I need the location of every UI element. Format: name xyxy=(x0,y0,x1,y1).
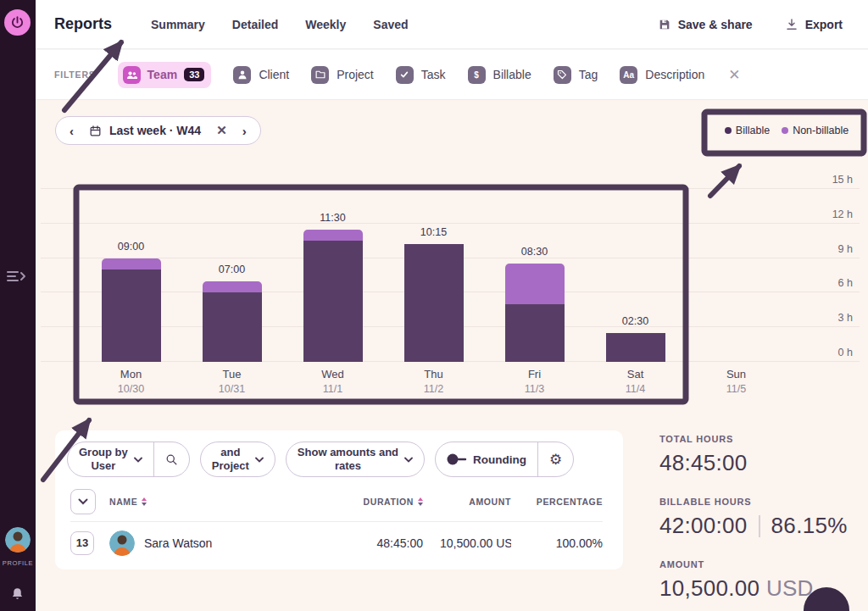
save-share-button[interactable]: Save & share xyxy=(658,18,753,31)
billable-hours-block: BILLABLE HOURS 42:00:00 86.15% xyxy=(659,497,848,539)
bar-segment-nonbillable[interactable] xyxy=(203,281,262,293)
filter-project-label: Project xyxy=(337,68,374,81)
save-icon xyxy=(658,18,671,31)
bar-segment-billable[interactable] xyxy=(303,241,363,362)
chevron-down-icon xyxy=(78,498,88,505)
bar-column-mon[interactable]: 09:00 xyxy=(81,188,181,362)
next-week-button[interactable]: › xyxy=(242,125,247,137)
export-label: Export xyxy=(805,18,843,31)
rounding-toggle[interactable]: Rounding xyxy=(436,442,537,476)
y-axis-tick: 12 h xyxy=(832,208,853,220)
filter-client[interactable]: Client xyxy=(233,66,289,84)
export-button[interactable]: Export xyxy=(785,18,843,31)
bar-segment-billable[interactable] xyxy=(203,292,262,362)
clear-filters-button[interactable]: ✕ xyxy=(728,66,740,84)
header-duration[interactable]: DURATION xyxy=(364,497,423,507)
top-navigation: Reports Summary Detailed Weekly Saved Sa… xyxy=(36,0,868,49)
expand-sidebar-button[interactable] xyxy=(7,269,27,286)
legend-non-billable[interactable]: Non-billable xyxy=(782,125,849,136)
row-user-name: Sara Watson xyxy=(144,536,212,550)
filter-team-count-badge: 33 xyxy=(184,68,204,81)
y-axis-tick: 6 h xyxy=(838,277,853,289)
billable-hours-label: BILLABLE HOURS xyxy=(659,497,848,507)
group-by-dropdown[interactable]: Group by User xyxy=(68,442,153,476)
bar-segment-billable[interactable] xyxy=(102,269,161,362)
rounding-settings-button[interactable]: ⚙ xyxy=(538,442,573,476)
bar-segment-nonbillable[interactable] xyxy=(505,264,565,304)
row-entry-count: 13 xyxy=(70,531,94,555)
bar-column-wed[interactable]: 11:30 xyxy=(282,188,383,362)
project-folder-icon xyxy=(311,66,329,84)
bar-sat[interactable]: 02:30 xyxy=(606,333,665,362)
bar-fri[interactable]: 08:30 xyxy=(505,264,565,362)
header-percentage-label: PERCENTAGE xyxy=(537,497,603,507)
legend-billable[interactable]: Billable xyxy=(725,125,770,136)
axis-label-mon: Mon10/30 xyxy=(81,368,181,395)
bar-segment-nonbillable[interactable] xyxy=(102,258,161,270)
rounding-label: Rounding xyxy=(473,453,526,466)
previous-week-button[interactable]: ‹ xyxy=(70,125,74,137)
description-aa-icon: Aa xyxy=(620,66,637,84)
bar-mon[interactable]: 09:00 xyxy=(102,258,161,362)
timer-power-button[interactable] xyxy=(4,9,31,36)
filter-task[interactable]: Task xyxy=(396,66,446,84)
subgroup-control: and Project xyxy=(200,442,275,477)
legend-non-billable-dot xyxy=(782,127,788,134)
show-amounts-control: Show amounts and rates xyxy=(286,442,425,477)
notifications-button[interactable] xyxy=(10,586,25,604)
clear-date-range-button[interactable]: ✕ xyxy=(216,123,227,138)
table-header: NAME DURATION AMOUNT PERCENTAGE xyxy=(70,487,603,516)
header-name[interactable]: NAME xyxy=(109,497,147,507)
bar-column-tue[interactable]: 07:00 xyxy=(181,188,282,362)
date-range-value[interactable]: Last week · W44 xyxy=(89,124,201,137)
bar-segment-nonbillable[interactable] xyxy=(303,230,363,242)
table-row[interactable]: 13 Sara Watson 48:45:00 10,500.00 USD 10… xyxy=(70,521,603,564)
tab-saved[interactable]: Saved xyxy=(373,18,408,31)
bar-column-sat[interactable]: 02:30 xyxy=(585,188,686,362)
filter-description[interactable]: Aa Description xyxy=(620,66,704,84)
tab-detailed[interactable]: Detailed xyxy=(232,18,278,31)
date-range-picker: ‹ Last week · W44 ✕ › xyxy=(55,116,261,145)
y-axis-tick: 3 h xyxy=(838,312,853,324)
bar-column-thu[interactable]: 10:15 xyxy=(383,188,484,362)
bar-segment-billable[interactable] xyxy=(505,304,565,362)
tab-summary[interactable]: Summary xyxy=(151,18,205,31)
header-amount-label: AMOUNT xyxy=(469,497,511,507)
header-percentage[interactable]: PERCENTAGE xyxy=(537,497,603,507)
filter-billable-label: Billable xyxy=(493,68,531,81)
filter-billable[interactable]: $ Billable xyxy=(468,66,531,84)
axis-label-thu: Thu11/2 xyxy=(383,368,484,395)
axis-label-fri: Fri11/3 xyxy=(484,368,585,395)
bar-thu[interactable]: 10:15 xyxy=(404,244,464,362)
bar-wed[interactable]: 11:30 xyxy=(303,230,363,362)
download-icon xyxy=(785,18,798,31)
axis-label-sun: Sun11/5 xyxy=(686,368,787,395)
filter-team[interactable]: Team 33 xyxy=(118,62,212,88)
group-search-button[interactable] xyxy=(154,442,189,476)
bar-segment-billable[interactable] xyxy=(606,333,665,362)
header-amount[interactable]: AMOUNT xyxy=(469,497,511,507)
save-share-label: Save & share xyxy=(678,18,753,31)
subgroup-dropdown[interactable]: and Project xyxy=(201,442,275,476)
bar-chart: 09:0007:0011:3010:1508:3002:30 xyxy=(81,188,787,362)
team-icon xyxy=(123,66,141,84)
total-hours-label: TOTAL HOURS xyxy=(659,434,848,444)
power-icon xyxy=(10,15,25,30)
app-root: PROFILE Reports Summary Detailed Weekly … xyxy=(0,0,868,611)
profile-menu[interactable]: PROFILE xyxy=(0,527,36,567)
bar-tue[interactable]: 07:00 xyxy=(203,281,262,362)
bar-segment-billable[interactable] xyxy=(404,244,464,362)
bar-value-label: 09:00 xyxy=(102,241,161,253)
subgroup-line1: and xyxy=(220,446,240,458)
axis-label-tue: Tue10/31 xyxy=(181,368,282,395)
search-icon xyxy=(165,453,178,466)
filter-project[interactable]: Project xyxy=(311,66,374,84)
tab-weekly[interactable]: Weekly xyxy=(305,18,346,31)
bar-column-fri[interactable]: 08:30 xyxy=(484,188,585,362)
collapse-all-button[interactable] xyxy=(70,489,96,514)
show-amounts-dropdown[interactable]: Show amounts and rates xyxy=(287,442,424,476)
bar-value-label: 10:15 xyxy=(404,226,464,238)
filter-tag-label: Tag xyxy=(579,68,598,81)
y-axis-tick: 0 h xyxy=(838,347,853,358)
filter-tag[interactable]: Tag xyxy=(554,66,598,84)
